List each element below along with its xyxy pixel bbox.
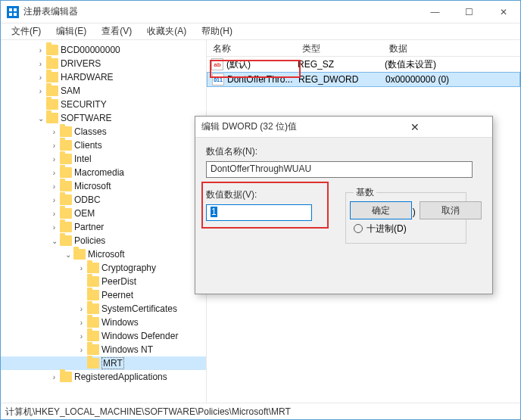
folder-icon [60, 140, 72, 151]
tree-item[interactable]: ⌄Microsoft [1, 247, 206, 261]
tree-item[interactable]: ›Windows Defender [1, 329, 206, 343]
tree-item[interactable]: ›Partner [1, 220, 206, 234]
expander-icon[interactable]: › [36, 87, 45, 95]
statusbar: 计算机\HKEY_LOCAL_MACHINE\SOFTWARE\Policies… [1, 403, 520, 419]
close-button[interactable]: ✕ [486, 1, 520, 23]
menu-file[interactable]: 文件(F) [5, 23, 47, 39]
tree-item[interactable]: ›BCD00000000 [1, 43, 206, 57]
svg-rect-3 [14, 13, 17, 16]
ok-button[interactable]: 确定 [350, 201, 412, 219]
expander-icon[interactable]: › [76, 332, 86, 341]
list-row[interactable]: ab(默认)REG_SZ(数值未设置) [207, 57, 520, 72]
tree-item-label: HARDWARE [61, 72, 114, 82]
dialog-title: 编辑 DWORD (32 位)值 [201, 120, 344, 133]
tree-item[interactable]: Peernet [1, 288, 206, 302]
expander-icon[interactable]: › [49, 223, 59, 232]
expander-icon[interactable]: › [49, 196, 59, 204]
menu-help[interactable]: 帮助(H) [195, 23, 239, 39]
expander-icon[interactable]: › [76, 305, 86, 313]
dialog-titlebar: 编辑 DWORD (32 位)值 ✕ [195, 117, 492, 138]
tree-item[interactable]: ›OEM [1, 207, 206, 220]
tree-item-label: Peernet [101, 290, 133, 300]
tree-item[interactable]: ⌄Policies [1, 234, 206, 247]
menu-edit[interactable]: 编辑(E) [50, 23, 92, 39]
expander-icon[interactable]: › [49, 128, 59, 136]
expander-icon[interactable]: › [49, 373, 59, 381]
col-data[interactable]: 数据 [383, 40, 520, 56]
list-row[interactable]: 011DontOfferThro...REG_DWORD0x00000000 (… [207, 72, 520, 87]
tree-item[interactable]: ›Windows [1, 316, 206, 329]
tree-item[interactable]: MRT [1, 356, 206, 370]
tree-item[interactable]: ›RegisteredApplications [1, 370, 206, 384]
cell-data: 0x00000000 (0) [385, 74, 519, 85]
expander-icon[interactable]: › [49, 182, 59, 191]
tree-item[interactable]: PeerDist [1, 275, 206, 288]
expander-icon[interactable]: › [76, 319, 86, 327]
tree-item[interactable]: ›HARDWARE [1, 70, 206, 84]
svg-rect-0 [9, 8, 12, 11]
tree-item[interactable]: ›Intel [1, 152, 206, 166]
folder-icon [87, 344, 99, 355]
folder-icon [60, 235, 72, 246]
tree-item[interactable]: ›ODBC [1, 193, 206, 207]
folder-icon [60, 372, 72, 382]
tree-item-label: Intel [74, 154, 92, 164]
folder-icon [87, 317, 99, 328]
expander-icon[interactable]: › [49, 169, 59, 177]
expander-icon[interactable]: › [36, 46, 45, 54]
menu-favorites[interactable]: 收藏夹(A) [141, 23, 192, 39]
expander-icon[interactable]: ⌄ [36, 114, 45, 123]
menu-view[interactable]: 查看(V) [95, 23, 138, 39]
expander-icon[interactable]: › [76, 264, 86, 272]
tree-item-label: BCD00000000 [61, 45, 120, 55]
app-icon [7, 6, 19, 18]
tree-item[interactable]: ›DRIVERS [1, 57, 206, 70]
folder-icon [87, 290, 99, 300]
tree-item-label: RegisteredApplications [74, 372, 167, 382]
folder-icon [60, 194, 72, 205]
tree-item[interactable]: ⌄SOFTWARE [1, 111, 206, 125]
expander-icon[interactable]: › [36, 73, 45, 82]
tree-item-label: Macromedia [74, 167, 124, 178]
tree-item[interactable]: SECURITY [1, 98, 206, 111]
expander-icon[interactable]: › [49, 155, 59, 163]
tree-item[interactable]: ›SAM [1, 84, 206, 98]
tree-item-label: Cryptography [101, 263, 156, 273]
radio-dec[interactable]: 十进制(D) [354, 220, 458, 237]
tree-item[interactable]: ›SystemCertificates [1, 302, 206, 316]
folder-icon [87, 358, 99, 369]
tree-item-label: Policies [74, 235, 105, 246]
expander-icon[interactable]: › [36, 60, 45, 68]
window-controls: ― ☐ ✕ [418, 1, 520, 23]
folder-icon [60, 208, 72, 219]
tree-item[interactable]: ›Windows NT [1, 343, 206, 356]
tree-item-label: PeerDist [101, 276, 136, 287]
tree-item[interactable]: ›Cryptography [1, 261, 206, 275]
tree-item[interactable]: ›Microsoft [1, 179, 206, 193]
cell-name: (默认) [226, 58, 298, 71]
tree-item[interactable]: ›Clients [1, 138, 206, 152]
tree-item[interactable]: ›Classes [1, 125, 206, 138]
tree-item[interactable]: ›Macromedia [1, 166, 206, 179]
value-name-field[interactable]: DontOfferThroughWUAU [206, 161, 473, 178]
expander-icon[interactable]: › [76, 346, 86, 354]
string-value-icon: ab [211, 58, 223, 70]
expander-icon[interactable]: › [49, 210, 59, 218]
maximize-button[interactable]: ☐ [452, 1, 486, 23]
dialog-close-button[interactable]: ✕ [344, 121, 486, 133]
cancel-button[interactable]: 取消 [420, 201, 482, 219]
cell-type: REG_DWORD [298, 74, 385, 85]
tree-item-label: Partner [74, 222, 104, 232]
value-data-field[interactable]: 1 [206, 204, 312, 221]
tree-pane[interactable]: ›BCD00000000›DRIVERS›HARDWARE›SAMSECURIT… [1, 40, 207, 403]
expander-icon[interactable]: ⌄ [49, 237, 59, 245]
expander-icon[interactable]: › [49, 142, 59, 150]
folder-icon [60, 154, 72, 164]
svg-rect-1 [14, 8, 17, 11]
folder-icon [46, 99, 58, 110]
col-name[interactable]: 名称 [207, 40, 296, 56]
cell-name: DontOfferThro... [227, 74, 298, 85]
minimize-button[interactable]: ― [418, 1, 452, 23]
col-type[interactable]: 类型 [296, 40, 383, 56]
expander-icon[interactable]: ⌄ [63, 250, 73, 259]
